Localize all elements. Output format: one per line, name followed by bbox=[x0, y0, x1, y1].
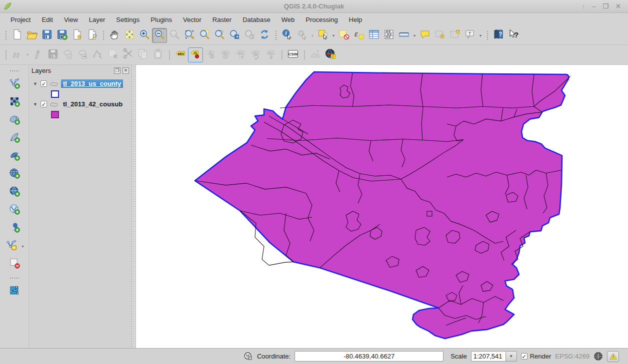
new-bookmark-button[interactable] bbox=[432, 28, 448, 43]
attribute-table-button[interactable] bbox=[366, 28, 382, 43]
identify-button[interactable]: i bbox=[280, 28, 294, 43]
menu-raster[interactable]: Raster bbox=[207, 14, 237, 25]
zoom-next-button[interactable] bbox=[242, 28, 257, 43]
label-move-button[interactable]: abc bbox=[233, 47, 248, 62]
osm-download-button[interactable] bbox=[323, 47, 338, 62]
close-button[interactable]: ✕ bbox=[616, 3, 621, 9]
move-feature-button[interactable] bbox=[76, 47, 90, 62]
save-project-button[interactable] bbox=[40, 28, 54, 43]
zoom-native-button[interactable]: 1:1 bbox=[167, 28, 182, 43]
select-by-expression-button[interactable]: ε bbox=[352, 28, 366, 43]
menu-help[interactable]: Help bbox=[344, 14, 368, 25]
toolbar-separator-handle[interactable] bbox=[9, 276, 20, 280]
add-delimited-text-layer-button[interactable] bbox=[6, 220, 23, 236]
raster-terrain-button[interactable] bbox=[308, 47, 323, 62]
select-features-button[interactable] bbox=[316, 28, 330, 43]
add-wms-layer-button[interactable] bbox=[6, 166, 23, 182]
layer-row[interactable]: ▼✓tl_2013_42_cousub bbox=[29, 99, 132, 109]
add-mssql-layer-button[interactable] bbox=[6, 148, 23, 164]
add-vector-layer-button[interactable] bbox=[6, 76, 23, 92]
menu-database[interactable]: Database bbox=[237, 14, 276, 25]
scale-input[interactable] bbox=[471, 351, 506, 362]
layer-expander-icon[interactable]: ▼ bbox=[33, 102, 38, 107]
text-annotation-button[interactable]: T bbox=[462, 28, 478, 43]
toolbar-separator-handle[interactable] bbox=[4, 30, 8, 41]
label-pin-button[interactable]: ab bbox=[188, 47, 203, 62]
zoom-out-button[interactable] bbox=[152, 28, 167, 43]
menu-view[interactable]: View bbox=[58, 14, 84, 25]
composer-manager-button[interactable] bbox=[84, 28, 100, 43]
save-project-as-button[interactable] bbox=[54, 28, 70, 43]
panel-resize-handle[interactable] bbox=[132, 65, 136, 348]
menu-plugins[interactable]: Plugins bbox=[145, 14, 178, 25]
panel-float-button[interactable]: ❐ bbox=[114, 67, 120, 74]
toolbar-separator-handle[interactable] bbox=[9, 69, 20, 72]
menu-web[interactable]: Web bbox=[276, 14, 300, 25]
topology-nodes-button[interactable] bbox=[6, 284, 23, 300]
add-spatialite-layer-button[interactable] bbox=[6, 130, 23, 146]
toolbar-separator-handle[interactable] bbox=[280, 49, 284, 60]
coordinate-input[interactable] bbox=[294, 351, 444, 362]
cut-features-button[interactable] bbox=[120, 47, 136, 62]
pan-map-button[interactable] bbox=[107, 28, 122, 43]
menu-vector[interactable]: Vector bbox=[178, 14, 207, 25]
add-postgis-layer-button[interactable] bbox=[6, 112, 23, 128]
toolbar-separator-handle[interactable] bbox=[102, 30, 105, 41]
metasearch-button[interactable]: CSW bbox=[286, 47, 300, 62]
add-wcs-layer-button[interactable] bbox=[6, 184, 23, 200]
zoom-in-button[interactable] bbox=[137, 28, 152, 43]
layer-checkbox[interactable]: ✓ bbox=[40, 101, 47, 107]
minimize-button[interactable]: – bbox=[592, 3, 596, 9]
layer-symbology-swatch[interactable] bbox=[51, 90, 59, 98]
show-bookmarks-button[interactable] bbox=[448, 28, 462, 43]
layer-checkbox[interactable]: ✓ bbox=[40, 80, 47, 87]
new-shapefile-layer-dropdown-arrow[interactable]: ▾ bbox=[20, 239, 26, 254]
paste-features-button[interactable] bbox=[150, 47, 166, 62]
current-edits-button[interactable] bbox=[10, 47, 24, 62]
coordinate-toggle-icon[interactable] bbox=[244, 352, 253, 361]
new-composer-button[interactable] bbox=[70, 28, 84, 43]
current-edits-dropdown-arrow[interactable]: ▾ bbox=[24, 47, 30, 62]
menu-processing[interactable]: Processing bbox=[300, 14, 343, 25]
save-layer-edits-button[interactable] bbox=[46, 47, 60, 62]
delete-selected-button[interactable] bbox=[106, 47, 120, 62]
add-feature-button[interactable] bbox=[60, 47, 76, 62]
new-project-button[interactable] bbox=[10, 28, 24, 43]
help-contents-button[interactable]: ? bbox=[491, 28, 506, 43]
scale-combobox[interactable]: ▼ bbox=[471, 351, 517, 362]
label-edit-button[interactable]: abc bbox=[263, 47, 278, 62]
render-checkbox[interactable]: ✓ bbox=[521, 353, 528, 360]
label-anchor-button[interactable]: ab bbox=[203, 47, 218, 62]
open-project-button[interactable] bbox=[24, 28, 40, 43]
pan-to-selection-button[interactable] bbox=[122, 28, 137, 43]
layer-symbology-swatch[interactable] bbox=[51, 111, 59, 118]
refresh-button[interactable] bbox=[257, 28, 272, 43]
message-log-button[interactable]: ! bbox=[607, 351, 619, 362]
whats-this-button[interactable]: ? bbox=[506, 28, 521, 43]
add-wfs-layer-button[interactable] bbox=[6, 202, 23, 218]
measure-button[interactable] bbox=[396, 28, 412, 43]
render-toggle[interactable]: ✓ Render bbox=[521, 353, 552, 360]
scale-dropdown-arrow[interactable]: ▼ bbox=[506, 351, 517, 362]
feature-action-dropdown-arrow[interactable]: ▾ bbox=[310, 28, 316, 43]
menu-settings[interactable]: Settings bbox=[110, 14, 145, 25]
zoom-full-button[interactable] bbox=[182, 28, 197, 43]
zoom-to-layer-button[interactable] bbox=[212, 28, 227, 43]
remove-layer-button[interactable] bbox=[6, 256, 23, 272]
deselect-features-button[interactable] bbox=[336, 28, 352, 43]
measure-dropdown-arrow[interactable]: ▾ bbox=[412, 28, 418, 43]
zoom-to-selection-button[interactable] bbox=[197, 28, 212, 43]
menu-project[interactable]: Project bbox=[5, 14, 36, 25]
label-visibility-button[interactable]: abc bbox=[218, 47, 233, 62]
map-tips-button[interactable] bbox=[418, 28, 432, 43]
text-annotation-dropdown-arrow[interactable]: ▾ bbox=[478, 28, 484, 43]
crs-status-icon[interactable] bbox=[594, 352, 603, 361]
menu-edit[interactable]: Edit bbox=[36, 14, 58, 25]
copy-features-button[interactable] bbox=[136, 47, 150, 62]
toolbar-separator-handle[interactable] bbox=[486, 30, 489, 41]
panel-close-button[interactable]: ✕ bbox=[122, 67, 129, 74]
layer-row[interactable]: ▼✓tl_2013_us_county bbox=[29, 79, 132, 88]
feature-action-button[interactable] bbox=[294, 28, 310, 43]
map-canvas[interactable] bbox=[136, 65, 628, 348]
labeling-button[interactable]: abc bbox=[173, 47, 188, 62]
